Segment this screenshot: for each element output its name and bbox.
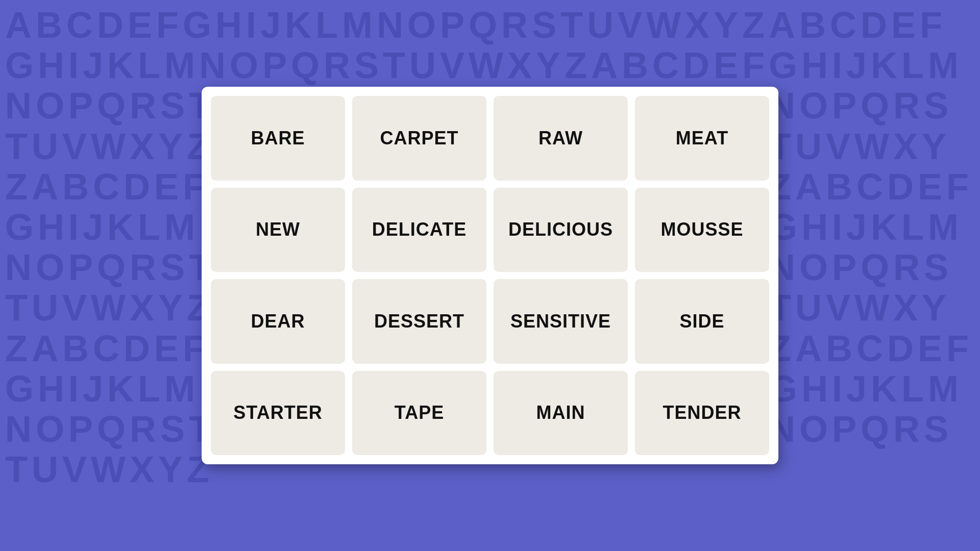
word-label-side: SIDE (679, 311, 724, 332)
word-tile-bare[interactable]: BARE (211, 96, 345, 181)
word-tile-mousse[interactable]: MOUSSE (635, 188, 769, 272)
word-tile-sensitive[interactable]: SENSITIVE (494, 279, 628, 364)
word-label-raw: RAW (538, 128, 583, 149)
word-label-mousse: MOUSSE (660, 219, 743, 240)
word-tile-raw[interactable]: RAW (494, 96, 628, 181)
word-label-sensitive: SENSITIVE (510, 311, 611, 332)
word-label-delicate: DELICATE (372, 219, 467, 240)
word-tile-tape[interactable]: TAPE (352, 371, 486, 456)
word-tile-new[interactable]: NEW (211, 188, 345, 272)
word-tile-delicious[interactable]: DELICIOUS (494, 188, 628, 272)
word-tile-delicate[interactable]: DELICATE (352, 188, 486, 272)
word-label-delicious: DELICIOUS (508, 219, 613, 240)
word-tile-carpet[interactable]: CARPET (352, 96, 486, 181)
word-label-carpet: CARPET (380, 128, 458, 149)
word-label-tender: TENDER (663, 402, 741, 423)
word-label-tape: TAPE (395, 402, 444, 423)
word-tile-main[interactable]: MAIN (494, 371, 628, 456)
word-tile-dessert[interactable]: DESSERT (352, 279, 486, 364)
word-label-dessert: DESSERT (374, 311, 464, 332)
word-tile-tender[interactable]: TENDER (635, 371, 769, 456)
word-tile-starter[interactable]: STARTER (211, 371, 345, 456)
word-label-meat: MEAT (676, 128, 728, 149)
word-tile-meat[interactable]: MEAT (635, 96, 769, 181)
word-label-new: NEW (256, 219, 300, 240)
word-tile-side[interactable]: SIDE (635, 279, 769, 364)
word-label-dear: DEAR (251, 311, 305, 332)
word-label-starter: STARTER (233, 402, 322, 423)
word-label-main: MAIN (536, 402, 585, 423)
word-tile-dear[interactable]: DEAR (211, 279, 345, 364)
word-label-bare: BARE (251, 128, 305, 149)
word-grid: BARECARPETRAWMEATNEWDELICATEDELICIOUSMOU… (202, 87, 778, 464)
